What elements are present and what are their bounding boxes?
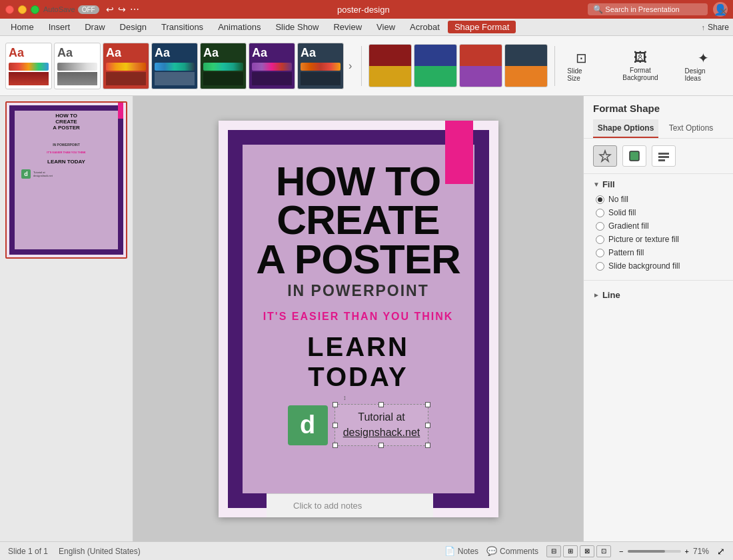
menu-shape-format[interactable]: Shape Format bbox=[448, 21, 516, 33]
fill-option-gradient[interactable]: Gradient fill bbox=[596, 221, 724, 231]
theme-preset-6[interactable]: Aa bbox=[249, 43, 295, 89]
statusbar-left: Slide 1 of 1 English (United States) bbox=[8, 547, 141, 556]
menu-slideshow[interactable]: Slide Show bbox=[269, 21, 325, 33]
reading-view-button[interactable]: ⊠ bbox=[580, 545, 594, 557]
panel-header: Format Shape ✕ Shape Options Text Option… bbox=[584, 96, 733, 139]
tab-text-options[interactable]: Text Options bbox=[658, 119, 724, 138]
radio-picture-fill bbox=[596, 235, 604, 244]
fill-section-header[interactable]: ▼ Fill bbox=[593, 179, 724, 189]
maximize-button[interactable] bbox=[31, 5, 39, 14]
statusbar: Slide 1 of 1 English (United States) 📄 N… bbox=[0, 541, 733, 560]
color-theme-2[interactable] bbox=[414, 44, 457, 87]
menu-review[interactable]: Review bbox=[327, 21, 368, 33]
resize-handle-icon: ↕ bbox=[343, 394, 347, 401]
poster-outer-border[interactable]: HOW TO CREATE A POSTER IN POWERPOINT IT'… bbox=[228, 130, 489, 508]
menu-design[interactable]: Design bbox=[113, 21, 153, 33]
color-themes bbox=[368, 44, 548, 87]
fill-section-label: Fill bbox=[602, 179, 615, 189]
fill-option-picture[interactable]: Picture or texture fill bbox=[596, 235, 724, 244]
menu-acrobat[interactable]: Acrobat bbox=[403, 21, 446, 33]
minimize-button[interactable] bbox=[18, 5, 27, 14]
slide-canvas[interactable]: HOW TO CREATE A POSTER IN POWERPOINT IT'… bbox=[219, 121, 498, 517]
color-theme-1[interactable] bbox=[368, 44, 412, 87]
design-ideas-icon: ✦ bbox=[698, 50, 709, 66]
poster-title-line1: HOW TO bbox=[276, 162, 441, 201]
menu-home[interactable]: Home bbox=[4, 21, 41, 33]
notes-icon: 📄 bbox=[444, 546, 455, 556]
poster-subtitle: IN POWERPOINT bbox=[287, 282, 429, 300]
theme-preset-1[interactable]: Aa bbox=[5, 43, 52, 89]
fit-to-window-button[interactable]: ⤢ bbox=[717, 546, 725, 557]
theme-preset-7[interactable]: Aa bbox=[297, 43, 344, 89]
slide-panel: 1 HOW TOCREATEA POSTER IN POWERPOINT IT'… bbox=[0, 96, 133, 541]
menubar: Home Insert Draw Design Transitions Anim… bbox=[0, 19, 733, 36]
menu-animations[interactable]: Animations bbox=[211, 21, 267, 33]
slide-sorter-button[interactable]: ⊞ bbox=[563, 545, 578, 557]
poster-tagline: IT'S EASIER THAN YOU THINK bbox=[263, 311, 454, 323]
slide-info: Slide 1 of 1 bbox=[8, 547, 48, 556]
slide-size-button[interactable]: ⊡ Slide Size bbox=[562, 47, 601, 85]
autosave-label: AutoSave OFF bbox=[43, 5, 99, 14]
color-theme-3[interactable] bbox=[459, 44, 502, 87]
menu-draw[interactable]: Draw bbox=[78, 21, 111, 33]
fill-arrow-icon: ▼ bbox=[593, 181, 600, 188]
close-button[interactable] bbox=[5, 5, 14, 14]
right-panel: Format Shape ✕ Shape Options Text Option… bbox=[583, 96, 733, 541]
panel-tabs: Shape Options Text Options bbox=[593, 119, 724, 138]
slide-thumbnail-1[interactable]: 1 HOW TOCREATEA POSTER IN POWERPOINT IT'… bbox=[5, 101, 127, 259]
zoom-in-button[interactable]: + bbox=[685, 547, 689, 555]
comments-button[interactable]: 💬 Comments bbox=[486, 546, 538, 556]
logo-box: d bbox=[288, 405, 328, 445]
design-ideas-button[interactable]: ✦ Design Ideas bbox=[679, 47, 728, 85]
menu-transitions[interactable]: Transitions bbox=[155, 21, 210, 33]
effects-icon-button[interactable] bbox=[593, 145, 617, 167]
fill-option-no-fill[interactable]: No fill bbox=[596, 195, 724, 204]
undo-button[interactable]: ↩ bbox=[106, 4, 114, 15]
pink-accent-shape[interactable] bbox=[445, 121, 473, 184]
svg-marker-0 bbox=[600, 151, 610, 161]
normal-view-button[interactable]: ⊟ bbox=[546, 545, 561, 557]
layout-icon-button[interactable] bbox=[652, 145, 676, 167]
zoom-level[interactable]: 71% bbox=[693, 547, 709, 556]
menu-insert[interactable]: Insert bbox=[42, 21, 77, 33]
redo-button[interactable]: ↪ bbox=[118, 4, 126, 15]
section-divider bbox=[584, 280, 733, 281]
fill-option-pattern[interactable]: Pattern fill bbox=[596, 248, 724, 257]
canvas-area: HOW TO CREATE A POSTER IN POWERPOINT IT'… bbox=[133, 96, 583, 541]
radio-pattern-fill bbox=[596, 249, 604, 257]
add-notes-bar[interactable]: Click to add notes bbox=[267, 493, 433, 517]
zoom-out-button[interactable]: − bbox=[619, 547, 623, 555]
theme-preset-4[interactable]: Aa bbox=[151, 43, 198, 89]
comments-icon: 💬 bbox=[486, 546, 497, 556]
theme-preset-5[interactable]: Aa bbox=[200, 43, 247, 89]
window-title: poster-design bbox=[143, 5, 584, 15]
language-info: English (United States) bbox=[59, 547, 141, 556]
radio-gradient-fill bbox=[596, 222, 604, 231]
fill-option-slide-bg[interactable]: Slide background fill bbox=[596, 261, 724, 271]
presenter-view-button[interactable]: ⊡ bbox=[596, 545, 611, 557]
menu-view[interactable]: View bbox=[370, 21, 402, 33]
text-box-selected[interactable]: Tutorial at designshack.net ↕ bbox=[335, 404, 429, 446]
theme-preset-3[interactable]: Aa bbox=[103, 43, 149, 89]
format-background-button[interactable]: 🖼 Format Background bbox=[606, 47, 674, 85]
svg-rect-1 bbox=[630, 151, 639, 161]
zoom-slider[interactable] bbox=[628, 550, 681, 553]
share-button[interactable]: ↑ Share bbox=[701, 23, 729, 32]
fill-option-solid[interactable]: Solid fill bbox=[596, 208, 724, 217]
poster-logo-area[interactable]: d bbox=[288, 404, 429, 446]
poster-inner: HOW TO CREATE A POSTER IN POWERPOINT IT'… bbox=[243, 145, 474, 493]
slide-size-icon: ⊡ bbox=[576, 50, 587, 66]
line-section-header[interactable]: ► Line bbox=[593, 290, 724, 300]
toolbar-actions: ⊡ Slide Size 🖼 Format Background ✦ Desig… bbox=[562, 47, 728, 85]
search-bar[interactable]: 🔍 Search in Presentation bbox=[588, 3, 708, 15]
theme-preset-2[interactable]: Aa bbox=[54, 43, 101, 89]
color-theme-4[interactable] bbox=[504, 44, 548, 87]
notes-button[interactable]: 📄 Notes bbox=[444, 546, 478, 556]
more-tools-button[interactable]: ⋯ bbox=[130, 4, 139, 15]
titlebar-right: 🔍 Search in Presentation 👤 bbox=[588, 2, 728, 17]
tab-shape-options[interactable]: Shape Options bbox=[593, 119, 658, 138]
shape-fill-icon-button[interactable] bbox=[622, 145, 646, 167]
add-notes-text: Click to add notes bbox=[293, 501, 362, 511]
format-background-icon: 🖼 bbox=[634, 50, 647, 65]
themes-more-arrow[interactable]: › bbox=[346, 57, 355, 75]
